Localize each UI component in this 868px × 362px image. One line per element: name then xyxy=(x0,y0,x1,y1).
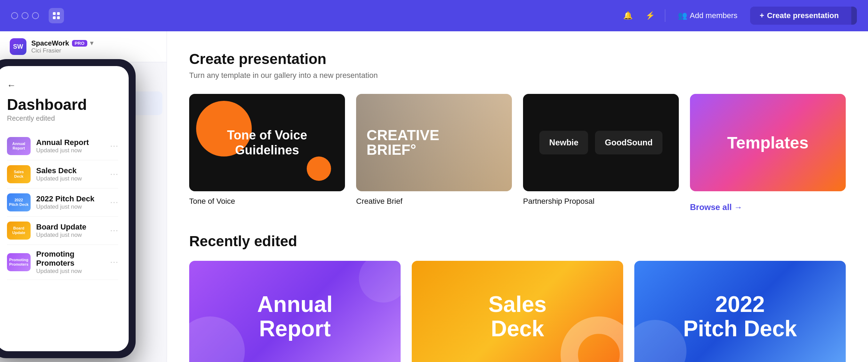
template-card-tone-of-voice[interactable]: Tone of VoiceGuidelines Tone of Voice xyxy=(189,94,345,206)
annual-circle-1 xyxy=(189,316,245,362)
template-card-creative-brief[interactable]: CREATIVEBRIEF° Creative Brief xyxy=(356,94,512,206)
workspace-chevron-icon[interactable]: ▾ xyxy=(90,39,93,47)
workspace-name: SpaceWork PRO ▾ xyxy=(31,39,157,47)
templates-row: Tone of VoiceGuidelines Tone of Voice CR… xyxy=(189,94,846,212)
phone-thumb-promoting-text: PromotingPromoters xyxy=(8,256,30,268)
tov-thumb-text: Tone of VoiceGuidelines xyxy=(227,128,307,158)
phone-item-pitch-time: Updated just now xyxy=(36,203,104,210)
top-bar-left xyxy=(11,8,64,23)
pp-box-goodsound: GoodSound xyxy=(595,131,662,154)
phone-item-annual-info: Annual Report Updated just now xyxy=(36,138,104,154)
phone-thumb-promoting: PromotingPromoters xyxy=(7,253,31,271)
phone-item-promoting-menu[interactable]: ⋯ xyxy=(110,257,118,267)
sales-card-text: SalesDeck xyxy=(481,285,553,348)
pitch-card-text: 2022Pitch Deck xyxy=(676,285,804,348)
phone-item-annual[interactable]: AnnualReport Annual Report Updated just … xyxy=(7,132,118,160)
phone-item-sales[interactable]: SalesDeck Sales Deck Updated just now ⋯ xyxy=(7,160,118,188)
recent-card-sales[interactable]: SalesDeck xyxy=(412,261,623,362)
main-content: Create presentation Turn any template in… xyxy=(167,31,868,362)
partnership-thumb: Newbie GoodSound xyxy=(523,94,679,191)
cb-thumb-text: CREATIVEBRIEF° xyxy=(367,128,439,157)
recent-thumb-annual: AnnualReport xyxy=(189,261,401,362)
phone-item-promoting-time: Updated just now xyxy=(36,268,104,275)
phone-thumb-annual: AnnualReport xyxy=(7,137,31,155)
phone-thumb-pitch-text: 2022Pitch Deck xyxy=(8,196,30,208)
tov-circle-small xyxy=(307,156,331,181)
window-dot-2 xyxy=(22,12,29,19)
phone-item-promoting[interactable]: PromotingPromoters Promoting Promoters U… xyxy=(7,245,118,280)
phone-item-annual-time: Updated just now xyxy=(36,147,104,154)
phone-item-sales-name: Sales Deck xyxy=(36,166,104,175)
tone-of-voice-thumb: Tone of VoiceGuidelines xyxy=(189,94,345,191)
template-card-partnership[interactable]: Newbie GoodSound Partnership Proposal xyxy=(523,94,679,206)
phone-thumb-pitch: 2022Pitch Deck xyxy=(7,193,31,211)
main-layout: SW SpaceWork PRO ▾ Cici Frasier + xyxy=(0,31,868,362)
phone-thumb-board-text: BoardUpdate xyxy=(11,225,26,236)
partnership-label: Partnership Proposal xyxy=(523,197,679,206)
creative-brief-label: Creative Brief xyxy=(356,197,512,206)
phone-item-board-name: Board Update xyxy=(36,223,104,232)
phone-item-pitch-name: 2022 Pitch Deck xyxy=(36,194,104,203)
window-dot-1 xyxy=(11,12,18,19)
phone-item-board-menu[interactable]: ⋯ xyxy=(110,226,118,235)
phone-item-sales-time: Updated just now xyxy=(36,175,104,182)
pro-badge: PRO xyxy=(72,40,87,47)
phone-item-annual-menu[interactable]: ⋯ xyxy=(110,141,118,151)
divider xyxy=(665,9,665,22)
phone-item-sales-info: Sales Deck Updated just now xyxy=(36,166,104,182)
browse-all-link[interactable]: Browse all → xyxy=(690,202,846,212)
create-dropdown-button[interactable]: ▾ xyxy=(851,7,857,25)
sales-donut-shape xyxy=(561,316,623,362)
pp-box-newbie: Newbie xyxy=(539,131,588,154)
add-members-label: Add members xyxy=(690,11,738,20)
window-controls xyxy=(11,12,39,19)
recent-thumb-sales: SalesDeck xyxy=(412,261,623,362)
add-members-button[interactable]: 👥 Add members xyxy=(672,11,743,20)
recent-card-annual[interactable]: AnnualReport xyxy=(189,261,401,362)
recently-edited-row: AnnualReport SalesDeck 2022Pitch Deck xyxy=(189,261,846,362)
phone-back-icon[interactable]: ← xyxy=(7,80,118,91)
phone-item-board-info: Board Update Updated just now xyxy=(36,223,104,239)
phone-screen: ← Dashboard Recently edited AnnualReport… xyxy=(0,66,129,351)
phone-thumb-sales: SalesDeck xyxy=(7,165,31,183)
apps-grid-icon xyxy=(53,12,60,19)
phone-item-pitch-menu[interactable]: ⋯ xyxy=(110,198,118,207)
browse-templates-text: Templates xyxy=(727,133,809,152)
top-bar-actions: 🔔 ⚡ 👥 Add members + Create presentation … xyxy=(620,7,857,25)
phone-item-pitch-info: 2022 Pitch Deck Updated just now xyxy=(36,194,104,210)
phone-item-promoting-name: Promoting Promoters xyxy=(36,250,104,268)
phone-item-sales-menu[interactable]: ⋯ xyxy=(110,169,118,179)
lightning-button[interactable]: ⚡ xyxy=(643,8,658,23)
phone-item-pitch[interactable]: 2022Pitch Deck 2022 Pitch Deck Updated j… xyxy=(7,188,118,217)
sidebar: SW SpaceWork PRO ▾ Cici Frasier + xyxy=(0,31,167,362)
phone-thumb-board: BoardUpdate xyxy=(7,222,31,240)
recent-card-pitch[interactable]: 2022Pitch Deck xyxy=(634,261,846,362)
top-bar: 🔔 ⚡ 👥 Add members + Create presentation … xyxy=(0,0,868,31)
workspace-info: SpaceWork PRO ▾ Cici Frasier xyxy=(31,39,157,54)
phone-dashboard-title: Dashboard xyxy=(7,96,118,113)
workspace-header: SW SpaceWork PRO ▾ Cici Frasier xyxy=(0,31,167,62)
phone-overlay: ← Dashboard Recently edited AnnualReport… xyxy=(0,59,136,362)
create-label: Create presentation xyxy=(767,11,839,20)
browse-all-card: Templates Browse all → xyxy=(690,94,846,212)
recently-edited-title: Recently edited xyxy=(189,233,846,250)
phone-dashboard-subtitle: Recently edited xyxy=(7,114,118,122)
phone-item-annual-name: Annual Report xyxy=(36,138,104,147)
notification-button[interactable]: 🔔 xyxy=(620,8,636,23)
add-members-icon: 👥 xyxy=(678,11,687,20)
create-section-title: Create presentation xyxy=(189,51,846,67)
phone-item-board-time: Updated just now xyxy=(36,232,104,239)
create-presentation-button[interactable]: + Create presentation xyxy=(750,7,849,25)
browse-thumb: Templates xyxy=(690,94,846,191)
window-dot-3 xyxy=(32,12,39,19)
apps-button[interactable] xyxy=(49,8,64,23)
phone-thumb-sales-text: SalesDeck xyxy=(13,168,25,180)
workspace-user: Cici Frasier xyxy=(31,47,157,54)
creative-brief-thumb: CREATIVEBRIEF° xyxy=(356,94,512,191)
workspace-avatar: SW xyxy=(10,38,26,55)
phone-item-promoting-info: Promoting Promoters Updated just now xyxy=(36,250,104,275)
annual-card-text: AnnualReport xyxy=(250,285,340,348)
phone-item-board[interactable]: BoardUpdate Board Update Updated just no… xyxy=(7,217,118,245)
create-plus-icon: + xyxy=(760,11,764,20)
tone-of-voice-label: Tone of Voice xyxy=(189,197,345,206)
